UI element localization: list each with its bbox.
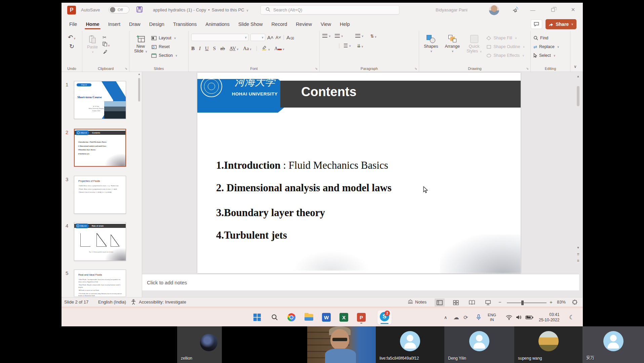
font-name-combobox[interactable]: ∨ <box>191 34 248 41</box>
notes-toggle-icon[interactable] <box>407 299 414 306</box>
account-name[interactable]: Bidyasagar Pani <box>436 7 468 12</box>
excel-icon[interactable]: X <box>338 312 349 323</box>
scroll-up-icon[interactable]: ▲ <box>137 73 141 76</box>
tab-slide-show[interactable]: Slide Show <box>234 18 267 30</box>
search-input[interactable]: Search (Alt+Q) <box>260 5 399 14</box>
numbering-button[interactable]: ∨ <box>335 34 343 38</box>
underline-button[interactable]: U <box>205 46 209 51</box>
paragraph-dialog-launcher[interactable]: ⇘ <box>414 67 417 70</box>
collapse-ribbon-button[interactable]: ∨ <box>574 64 577 69</box>
slide-thumbnail-4[interactable]: 河海大学 Rate of strain Fig. 1.1 Velocity gr… <box>74 222 126 261</box>
section-button[interactable]: Section∨ <box>151 51 177 60</box>
bold-button[interactable]: B <box>191 46 195 51</box>
reading-view-button[interactable] <box>467 298 477 307</box>
chrome-icon[interactable] <box>286 312 297 323</box>
quick-styles-button[interactable]: QuickStyles ∨ <box>465 34 484 60</box>
account-avatar[interactable] <box>489 5 499 15</box>
slide-thumbnail-3[interactable]: Properties of Fluids • Solids:Shear stre… <box>74 176 126 214</box>
slide-sorter-view-button[interactable] <box>451 298 461 307</box>
slide-scrollbar[interactable]: ▲ ▼ ⇈ ⇊ <box>576 72 580 297</box>
accessibility-status[interactable]: Accessibility: Investigate <box>139 299 186 305</box>
slide-thumbnail-2-selected[interactable]: 河海大学 Contents 1.Introduction : Fluid Mec… <box>74 129 126 167</box>
slide-canvas[interactable]: 河海大学 HOHAI UNIVERSITY Contents 1.Introdu… <box>197 73 521 273</box>
tab-design[interactable]: Design <box>145 18 169 30</box>
minimize-button[interactable]: — <box>528 5 537 14</box>
notes-toggle-label[interactable]: Notes <box>415 299 427 305</box>
participant-tile-supeng-wang[interactable]: supeng wang <box>514 326 582 363</box>
scroll-down-icon[interactable]: ▼ <box>576 246 580 249</box>
text-direction-button[interactable]: ⇅∨ <box>370 34 377 39</box>
fit-slide-to-window-button[interactable] <box>572 299 578 306</box>
redo-button[interactable]: ↻ <box>69 43 74 50</box>
notes-pane[interactable]: Click to add notes <box>142 274 579 290</box>
taskbar-search-button[interactable] <box>269 312 280 323</box>
format-painter-icon[interactable] <box>103 49 110 55</box>
battery-icon[interactable] <box>525 308 533 326</box>
strikethrough-button[interactable]: ab <box>220 46 225 51</box>
shape-fill-button[interactable]: Shape Fill∨ <box>486 34 525 42</box>
powerpoint-taskbar-icon[interactable]: P <box>356 312 367 323</box>
replace-button[interactable]: ⇄ Replace∨ <box>533 42 567 51</box>
tab-home[interactable]: Home <box>81 18 104 30</box>
shape-effects-button[interactable]: Shape Effects∨ <box>486 51 525 60</box>
zoom-out-button[interactable]: − <box>498 299 501 305</box>
language-status[interactable]: English (India) <box>98 299 126 305</box>
previous-slide-button[interactable]: ⇈ <box>576 253 580 256</box>
text-highlight-button[interactable]: ∨ <box>261 45 270 52</box>
copy-icon[interactable]: ∨ <box>103 42 110 48</box>
new-slide-button[interactable]: NewSlide ∨ <box>132 34 149 60</box>
slide-thumbnail-1[interactable]: 河海大学 Short-term Course B. S. Pani Hohai … <box>74 81 126 119</box>
drawing-dialog-launcher[interactable]: ⇘ <box>526 67 529 70</box>
zoom-slider-handle[interactable] <box>521 300 524 305</box>
input-language-indicator[interactable]: ENGIN <box>488 308 496 326</box>
shape-outline-button[interactable]: Shape Outline∨ <box>486 42 525 51</box>
share-button[interactable]: Share ∨ <box>546 19 576 29</box>
autosave-toggle[interactable]: Off <box>109 6 129 13</box>
tab-file[interactable]: File <box>65 18 81 30</box>
tray-show-hidden-icons[interactable]: ∧ <box>444 308 447 326</box>
convert-to-smartart-button[interactable]: ⇊∨ <box>357 43 363 48</box>
clock-date[interactable]: 03:4125-10-2022 <box>539 308 559 326</box>
character-spacing-button[interactable]: A̲V̲∨ <box>229 46 239 51</box>
focus-assist-moon-icon[interactable]: ☾ <box>569 308 574 326</box>
slide-thumbnail-5[interactable]: Real and Ideal Fluids • Ideal Fluids : I… <box>74 270 126 296</box>
find-button[interactable]: Find <box>533 34 567 42</box>
volume-icon[interactable] <box>516 308 522 326</box>
onedrive-cloud-icon[interactable]: ☁ <box>453 308 459 326</box>
arrange-button[interactable]: Arrange∨ <box>443 34 461 60</box>
zoom-slider[interactable] <box>507 302 547 303</box>
participant-video-tile[interactable] <box>307 326 376 363</box>
zoom-level[interactable]: 83% <box>557 299 566 305</box>
italic-button[interactable]: I <box>199 46 201 51</box>
word-icon[interactable]: W <box>321 312 332 323</box>
change-case-button[interactable]: Aa∨ <box>243 46 251 51</box>
coming-soon-megaphone-icon[interactable] <box>511 5 520 14</box>
normal-view-button[interactable] <box>435 298 445 307</box>
select-button[interactable]: Select∨ <box>533 51 567 60</box>
tab-animations[interactable]: Animations <box>201 18 234 30</box>
bullets-button[interactable]: ∨ <box>322 34 331 38</box>
tab-transitions[interactable]: Transitions <box>169 18 201 30</box>
next-slide-button[interactable]: ⇊ <box>576 259 580 262</box>
tab-review[interactable]: Review <box>291 18 316 30</box>
start-button[interactable] <box>252 312 263 323</box>
tab-help[interactable]: Help <box>335 18 354 30</box>
paste-button[interactable]: Paste ∨ <box>85 34 100 55</box>
wifi-icon[interactable] <box>506 308 512 326</box>
file-explorer-icon[interactable] <box>304 312 314 323</box>
shapes-button[interactable]: Shapes∨ <box>422 34 440 60</box>
skype-taskbar-icon[interactable]: S2 <box>377 311 392 325</box>
font-color-button[interactable]: A∨ <box>274 45 284 51</box>
columns-button[interactable]: ∨ <box>344 44 351 48</box>
participant-tile-live-id[interactable]: live:fa5c849f649a0f12 <box>376 326 444 363</box>
line-spacing-button[interactable]: ∨ <box>355 34 364 38</box>
save-icon[interactable] <box>136 6 143 14</box>
thumbnail-scrollbar[interactable]: ▲ <box>137 73 141 298</box>
reset-button[interactable]: Reset <box>151 42 177 51</box>
restore-button[interactable] <box>548 5 558 14</box>
shadow-button[interactable]: S <box>213 46 216 51</box>
cut-icon[interactable]: ✂ <box>103 35 110 40</box>
clear-formatting-button[interactable]: A⌫ <box>286 35 294 40</box>
tab-record[interactable]: Record <box>267 18 292 30</box>
zoom-in-button[interactable]: + <box>550 299 553 305</box>
